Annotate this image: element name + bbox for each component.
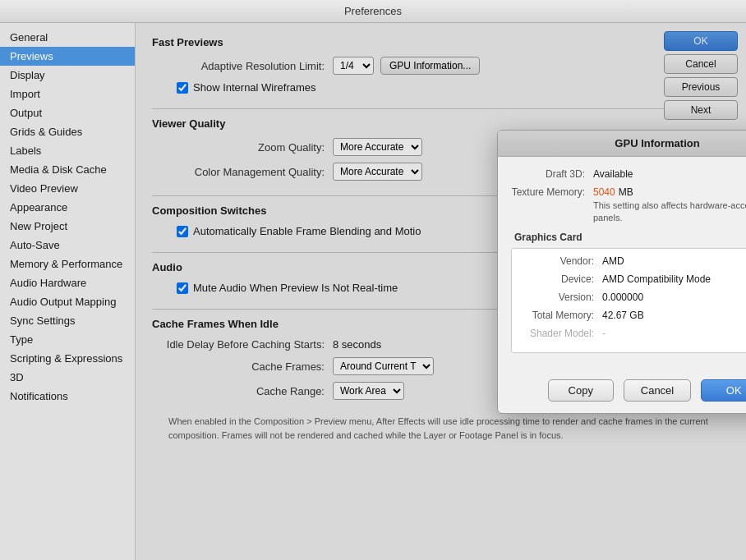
sidebar-item-general[interactable]: General — [0, 28, 135, 47]
window-title: Preferences — [344, 5, 402, 17]
sidebar-item-video-preview[interactable]: Video Preview — [0, 179, 135, 198]
sidebar-item-previews[interactable]: Previews — [0, 47, 135, 66]
sidebar-item-3d[interactable]: 3D — [0, 368, 135, 387]
sidebar-item-output[interactable]: Output — [0, 103, 135, 122]
sidebar-item-auto-save[interactable]: Auto-Save — [0, 236, 135, 255]
sidebar-item-type[interactable]: Type — [0, 330, 135, 349]
sidebar-item-sync-settings[interactable]: Sync Settings — [0, 311, 135, 330]
sidebar-item-scripting-expressions[interactable]: Scripting & Expressions — [0, 349, 135, 368]
texture-memory-note: This setting also affects hardware-accel… — [593, 200, 746, 225]
sidebar: General Previews Display Import Output G… — [0, 23, 136, 560]
draft-3d-label: Draft 3D: — [511, 168, 593, 180]
sidebar-item-display[interactable]: Display — [0, 66, 135, 85]
texture-memory-content: 5040 MB This setting also affects hardwa… — [593, 186, 746, 225]
gpu-ok-button[interactable]: OK — [701, 379, 746, 402]
sidebar-item-appearance[interactable]: Appearance — [0, 198, 135, 217]
sidebar-item-audio-output-mapping[interactable]: Audio Output Mapping — [0, 292, 135, 311]
texture-memory-label: Texture Memory: — [511, 186, 593, 198]
device-row: Device: AMD Compatibility Mode — [520, 273, 746, 285]
total-memory-value: 42.67 GB — [602, 310, 644, 321]
sidebar-item-import[interactable]: Import — [0, 85, 135, 103]
vendor-value: AMD — [602, 255, 624, 267]
vendor-row: Vendor: AMD — [520, 255, 746, 267]
sidebar-item-audio-hardware[interactable]: Audio Hardware — [0, 273, 135, 292]
draft-3d-value: Available — [593, 168, 633, 180]
vendor-label: Vendor: — [520, 255, 602, 267]
total-memory-row: Total Memory: 42.67 GB — [520, 310, 746, 321]
version-row: Version: 0.000000 — [520, 291, 746, 303]
version-value: 0.000000 — [602, 291, 643, 303]
gpu-cancel-button[interactable]: Cancel — [624, 379, 691, 402]
device-label: Device: — [520, 273, 602, 285]
texture-memory-unit: MB — [619, 186, 633, 198]
shader-model-row: Shader Model: - — [520, 328, 746, 339]
shader-model-value: - — [602, 328, 606, 339]
sidebar-item-notifications[interactable]: Notifications — [0, 387, 135, 406]
texture-memory-row: Texture Memory: 5040 MB This setting als… — [511, 186, 746, 225]
gpu-modal-body: Draft 3D: Available Texture Memory: 5040… — [498, 157, 746, 371]
gpu-modal-footer: Copy Cancel OK — [498, 371, 746, 413]
device-value: AMD Compatibility Mode — [602, 273, 711, 285]
version-label: Version: — [520, 291, 602, 303]
texture-memory-value: 5040 — [593, 186, 615, 198]
total-memory-label: Total Memory: — [520, 310, 602, 321]
draft-3d-row: Draft 3D: Available — [511, 168, 746, 180]
graphics-card-label: Graphics Card — [511, 232, 746, 243]
shader-model-label: Shader Model: — [520, 328, 602, 339]
graphics-card-box: Vendor: AMD Device: AMD Compatibility Mo… — [511, 248, 746, 353]
sidebar-item-grids-guides[interactable]: Grids & Guides — [0, 122, 135, 141]
gpu-modal-title: GPU Information — [498, 131, 746, 157]
sidebar-item-new-project[interactable]: New Project — [0, 217, 135, 236]
gpu-copy-button[interactable]: Copy — [548, 379, 614, 402]
sidebar-item-memory-performance[interactable]: Memory & Performance — [0, 255, 135, 273]
gpu-info-modal: GPU Information Draft 3D: Available Text… — [497, 130, 746, 414]
sidebar-item-media-disk-cache[interactable]: Media & Disk Cache — [0, 160, 135, 179]
main-content: OK Cancel Previous Next Fast Previews Ad… — [136, 23, 746, 560]
sidebar-item-labels[interactable]: Labels — [0, 141, 135, 160]
